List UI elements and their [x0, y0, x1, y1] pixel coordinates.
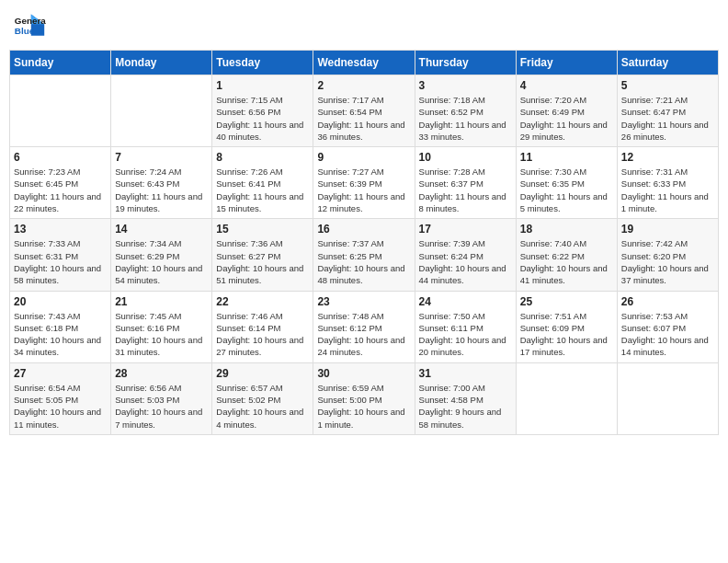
calendar-cell: 7Sunrise: 7:24 AM Sunset: 6:43 PM Daylig…	[111, 147, 212, 219]
calendar-cell: 25Sunrise: 7:51 AM Sunset: 6:09 PM Dayli…	[516, 291, 617, 362]
day-info: Sunrise: 7:26 AM Sunset: 6:41 PM Dayligh…	[216, 166, 309, 214]
day-info: Sunrise: 7:42 AM Sunset: 6:20 PM Dayligh…	[621, 237, 714, 286]
calendar-week-row: 1Sunrise: 7:15 AM Sunset: 6:56 PM Daylig…	[10, 75, 719, 147]
calendar-cell: 4Sunrise: 7:20 AM Sunset: 6:49 PM Daylig…	[516, 75, 617, 147]
calendar-week-row: 6Sunrise: 7:23 AM Sunset: 6:45 PM Daylig…	[10, 147, 719, 219]
calendar-cell	[516, 362, 617, 434]
day-number: 18	[520, 223, 613, 236]
day-number: 13	[14, 223, 107, 236]
page-header: General Blue	[9, 9, 719, 42]
calendar-cell: 14Sunrise: 7:34 AM Sunset: 6:29 PM Dayli…	[111, 219, 212, 291]
calendar-header: SundayMondayTuesdayWednesdayThursdayFrid…	[10, 51, 719, 75]
day-info: Sunrise: 7:17 AM Sunset: 6:54 PM Dayligh…	[317, 94, 410, 143]
calendar-cell: 21Sunrise: 7:45 AM Sunset: 6:16 PM Dayli…	[111, 291, 212, 362]
calendar-week-row: 27Sunrise: 6:54 AM Sunset: 5:05 PM Dayli…	[10, 362, 719, 434]
weekday-header: Monday	[111, 51, 212, 75]
calendar-cell: 1Sunrise: 7:15 AM Sunset: 6:56 PM Daylig…	[212, 75, 313, 147]
day-number: 11	[520, 151, 613, 164]
day-number: 31	[419, 367, 512, 380]
day-info: Sunrise: 7:48 AM Sunset: 6:12 PM Dayligh…	[317, 310, 410, 359]
day-info: Sunrise: 7:27 AM Sunset: 6:39 PM Dayligh…	[317, 166, 410, 214]
calendar-cell: 26Sunrise: 7:53 AM Sunset: 6:07 PM Dayli…	[617, 291, 718, 362]
calendar-cell: 2Sunrise: 7:17 AM Sunset: 6:54 PM Daylig…	[313, 75, 415, 147]
day-number: 25	[520, 295, 613, 308]
weekday-header: Sunday	[10, 51, 111, 75]
day-number: 23	[317, 295, 410, 308]
calendar-week-row: 20Sunrise: 7:43 AM Sunset: 6:18 PM Dayli…	[10, 291, 719, 362]
day-info: Sunrise: 7:37 AM Sunset: 6:25 PM Dayligh…	[317, 237, 410, 286]
calendar-cell	[10, 75, 111, 147]
day-number: 9	[317, 151, 410, 164]
calendar-cell: 9Sunrise: 7:27 AM Sunset: 6:39 PM Daylig…	[313, 147, 415, 219]
day-number: 17	[419, 223, 512, 236]
day-info: Sunrise: 7:28 AM Sunset: 6:37 PM Dayligh…	[419, 166, 512, 214]
day-number: 5	[621, 79, 714, 92]
logo: General Blue	[13, 9, 50, 42]
calendar-cell: 3Sunrise: 7:18 AM Sunset: 6:52 PM Daylig…	[415, 75, 516, 147]
calendar-cell: 17Sunrise: 7:39 AM Sunset: 6:24 PM Dayli…	[415, 219, 516, 291]
day-info: Sunrise: 7:20 AM Sunset: 6:49 PM Dayligh…	[520, 94, 613, 143]
calendar-cell: 23Sunrise: 7:48 AM Sunset: 6:12 PM Dayli…	[313, 291, 415, 362]
weekday-row: SundayMondayTuesdayWednesdayThursdayFrid…	[10, 51, 719, 75]
calendar-week-row: 13Sunrise: 7:33 AM Sunset: 6:31 PM Dayli…	[10, 219, 719, 291]
calendar-cell: 19Sunrise: 7:42 AM Sunset: 6:20 PM Dayli…	[617, 219, 718, 291]
weekday-header: Tuesday	[212, 51, 313, 75]
calendar-body: 1Sunrise: 7:15 AM Sunset: 6:56 PM Daylig…	[10, 75, 719, 435]
weekday-header: Thursday	[415, 51, 516, 75]
day-number: 7	[115, 151, 208, 164]
calendar-cell: 12Sunrise: 7:31 AM Sunset: 6:33 PM Dayli…	[617, 147, 718, 219]
day-info: Sunrise: 7:24 AM Sunset: 6:43 PM Dayligh…	[115, 166, 208, 214]
day-info: Sunrise: 7:40 AM Sunset: 6:22 PM Dayligh…	[520, 237, 613, 286]
day-number: 27	[14, 367, 107, 380]
calendar-cell: 29Sunrise: 6:57 AM Sunset: 5:02 PM Dayli…	[212, 362, 313, 434]
day-number: 6	[14, 151, 107, 164]
calendar-cell	[111, 75, 212, 147]
day-info: Sunrise: 7:23 AM Sunset: 6:45 PM Dayligh…	[14, 166, 107, 214]
calendar-cell: 13Sunrise: 7:33 AM Sunset: 6:31 PM Dayli…	[10, 219, 111, 291]
weekday-header: Saturday	[617, 51, 718, 75]
day-info: Sunrise: 7:36 AM Sunset: 6:27 PM Dayligh…	[216, 237, 309, 286]
day-info: Sunrise: 7:45 AM Sunset: 6:16 PM Dayligh…	[115, 310, 208, 359]
day-info: Sunrise: 7:18 AM Sunset: 6:52 PM Dayligh…	[419, 94, 512, 143]
day-number: 20	[14, 295, 107, 308]
day-info: Sunrise: 7:53 AM Sunset: 6:07 PM Dayligh…	[621, 310, 714, 359]
day-number: 12	[621, 151, 714, 164]
calendar-cell: 11Sunrise: 7:30 AM Sunset: 6:35 PM Dayli…	[516, 147, 617, 219]
day-number: 22	[216, 295, 309, 308]
calendar-cell: 24Sunrise: 7:50 AM Sunset: 6:11 PM Dayli…	[415, 291, 516, 362]
day-info: Sunrise: 7:46 AM Sunset: 6:14 PM Dayligh…	[216, 310, 309, 359]
day-info: Sunrise: 7:21 AM Sunset: 6:47 PM Dayligh…	[621, 94, 714, 143]
day-number: 15	[216, 223, 309, 236]
day-info: Sunrise: 7:51 AM Sunset: 6:09 PM Dayligh…	[520, 310, 613, 359]
day-number: 10	[419, 151, 512, 164]
day-info: Sunrise: 7:34 AM Sunset: 6:29 PM Dayligh…	[115, 237, 208, 286]
day-info: Sunrise: 7:39 AM Sunset: 6:24 PM Dayligh…	[419, 237, 512, 286]
day-number: 28	[115, 367, 208, 380]
calendar-cell: 30Sunrise: 6:59 AM Sunset: 5:00 PM Dayli…	[313, 362, 415, 434]
day-number: 19	[621, 223, 714, 236]
day-number: 30	[317, 367, 410, 380]
calendar-cell: 31Sunrise: 7:00 AM Sunset: 4:58 PM Dayli…	[415, 362, 516, 434]
calendar-cell: 5Sunrise: 7:21 AM Sunset: 6:47 PM Daylig…	[617, 75, 718, 147]
day-info: Sunrise: 6:59 AM Sunset: 5:00 PM Dayligh…	[317, 382, 410, 431]
calendar-cell: 15Sunrise: 7:36 AM Sunset: 6:27 PM Dayli…	[212, 219, 313, 291]
day-info: Sunrise: 7:31 AM Sunset: 6:33 PM Dayligh…	[621, 166, 714, 214]
day-info: Sunrise: 7:30 AM Sunset: 6:35 PM Dayligh…	[520, 166, 613, 214]
calendar-cell: 16Sunrise: 7:37 AM Sunset: 6:25 PM Dayli…	[313, 219, 415, 291]
day-info: Sunrise: 6:57 AM Sunset: 5:02 PM Dayligh…	[216, 382, 309, 431]
day-number: 3	[419, 79, 512, 92]
calendar-table: SundayMondayTuesdayWednesdayThursdayFrid…	[9, 50, 719, 435]
calendar-cell: 20Sunrise: 7:43 AM Sunset: 6:18 PM Dayli…	[10, 291, 111, 362]
day-info: Sunrise: 7:50 AM Sunset: 6:11 PM Dayligh…	[419, 310, 512, 359]
day-info: Sunrise: 7:33 AM Sunset: 6:31 PM Dayligh…	[14, 237, 107, 286]
calendar-cell: 6Sunrise: 7:23 AM Sunset: 6:45 PM Daylig…	[10, 147, 111, 219]
calendar-cell: 27Sunrise: 6:54 AM Sunset: 5:05 PM Dayli…	[10, 362, 111, 434]
weekday-header: Friday	[516, 51, 617, 75]
day-number: 8	[216, 151, 309, 164]
calendar-cell: 28Sunrise: 6:56 AM Sunset: 5:03 PM Dayli…	[111, 362, 212, 434]
calendar-cell: 10Sunrise: 7:28 AM Sunset: 6:37 PM Dayli…	[415, 147, 516, 219]
day-number: 26	[621, 295, 714, 308]
day-number: 2	[317, 79, 410, 92]
day-info: Sunrise: 7:43 AM Sunset: 6:18 PM Dayligh…	[14, 310, 107, 359]
day-number: 16	[317, 223, 410, 236]
